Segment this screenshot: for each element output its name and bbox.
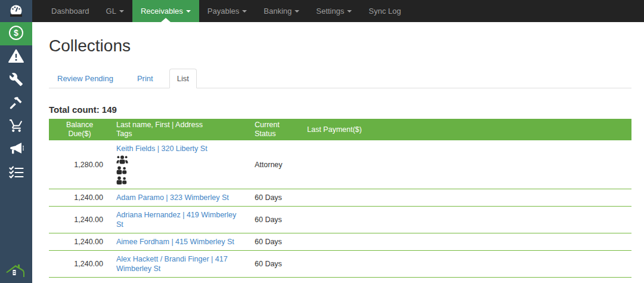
sidebar-item[interactable] bbox=[0, 115, 32, 139]
customer-link[interactable]: Keith Fields | 320 Liberty St bbox=[116, 144, 208, 153]
users-group-icon bbox=[116, 155, 243, 165]
nav-item-label: GL bbox=[106, 7, 116, 16]
speedometer-icon bbox=[9, 3, 23, 20]
balance-due-cell: 1,240.00 bbox=[49, 278, 110, 283]
app-logo[interactable] bbox=[0, 0, 32, 22]
hammer-icon bbox=[9, 96, 23, 112]
name-address-cell: Adriana Hernandez | 419 Wimberley St bbox=[110, 207, 249, 233]
chevron-down-icon bbox=[186, 10, 191, 13]
users-pair-icon bbox=[116, 166, 243, 175]
customer-link[interactable]: Aimee Fordham | 415 Wimberley St bbox=[116, 238, 234, 246]
col-header-last-payment: Last Payment($) bbox=[301, 119, 631, 140]
collections-table: Balance Due($) Last name, First | Addres… bbox=[49, 119, 631, 283]
balance-due-cell: 1,240.00 bbox=[49, 189, 110, 207]
nav-item-banking[interactable]: Banking bbox=[255, 0, 308, 22]
chevron-down-icon bbox=[347, 10, 352, 13]
nav-item-payables[interactable]: Payables bbox=[199, 0, 255, 22]
sidebar-item[interactable] bbox=[0, 69, 32, 92]
nav-item-label: Dashboard bbox=[51, 7, 89, 16]
chevron-down-icon bbox=[119, 10, 124, 13]
col-header-balance-due: Balance Due($) bbox=[49, 119, 110, 140]
nav-item-gl[interactable]: GL bbox=[98, 0, 132, 22]
col-header-current-status: Current Status bbox=[249, 119, 301, 140]
top-navbar: Dashboard GL Receivables Payables Bankin… bbox=[0, 0, 644, 22]
customer-link[interactable]: Adriana Hernandez | 419 Wimberley St bbox=[116, 211, 236, 229]
nav-menu: Dashboard GL Receivables Payables Bankin… bbox=[43, 0, 409, 22]
tab-print[interactable]: Print bbox=[129, 69, 161, 88]
tab-bar: Review Pending Print List bbox=[49, 69, 631, 88]
table-row: 1,240.00 Adam Paramo | 323 Wimberley St … bbox=[49, 189, 631, 207]
current-status-cell: 60 Days bbox=[249, 233, 301, 251]
balance-due-cell: 1,240.00 bbox=[49, 207, 110, 233]
svg-text:$: $ bbox=[14, 28, 18, 38]
col-header-name-tags: Last name, First | Address Tags bbox=[110, 119, 249, 140]
nav-item-label: Settings bbox=[316, 7, 344, 16]
sidebar-item[interactable] bbox=[0, 139, 32, 162]
megaphone-icon bbox=[9, 142, 24, 158]
sidebar-item[interactable]: $ bbox=[0, 22, 32, 45]
main-content: Collections Review Pending Print List To… bbox=[32, 22, 644, 283]
customer-link[interactable]: Adam Paramo | 323 Wimberley St bbox=[116, 193, 229, 202]
table-row: 1,280.00 Keith Fields | 320 Liberty St A… bbox=[49, 140, 631, 189]
nav-item-label: Payables bbox=[208, 7, 239, 16]
last-payment-cell bbox=[301, 207, 631, 233]
nav-item-settings[interactable]: Settings bbox=[308, 0, 360, 22]
name-address-cell: Alex Hackett / Brandi Finger | 417 Wimbe… bbox=[110, 251, 249, 278]
customer-link[interactable]: Alex Hackett / Brandi Finger | 417 Wimbe… bbox=[116, 255, 228, 273]
table-row: 1,240.00 Aimee Fordham | 415 Wimberley S… bbox=[49, 233, 631, 251]
warning-triangle-icon bbox=[8, 49, 24, 66]
last-payment-cell bbox=[301, 189, 631, 207]
nav-item-label: Receivables bbox=[141, 7, 183, 16]
sidebar-footer-logo bbox=[0, 263, 32, 281]
nav-item-sync-log[interactable]: Sync Log bbox=[360, 0, 409, 22]
current-status-cell: 60 Days bbox=[249, 207, 301, 233]
last-payment-cell bbox=[301, 278, 631, 283]
nav-item-label: Banking bbox=[264, 7, 292, 16]
last-payment-cell bbox=[301, 140, 631, 189]
current-status-cell: 60 Days bbox=[249, 251, 301, 278]
active-tab-notch bbox=[161, 18, 171, 22]
wrench-icon bbox=[9, 72, 23, 89]
nav-item-label: Sync Log bbox=[369, 7, 401, 16]
name-address-cell: Adam Paramo | 323 Wimberley St bbox=[110, 189, 249, 207]
current-status-cell: Attorney bbox=[249, 140, 301, 189]
nav-item-receivables[interactable]: Receivables bbox=[132, 0, 199, 22]
current-status-cell: 60 Days bbox=[249, 278, 301, 283]
left-sidebar: $ bbox=[0, 22, 32, 283]
tag-icons bbox=[116, 155, 243, 185]
nav-item-dashboard[interactable]: Dashboard bbox=[43, 0, 98, 22]
sidebar-item[interactable] bbox=[0, 92, 32, 115]
balance-due-cell: 1,280.00 bbox=[49, 140, 110, 189]
table-row: 1,240.00 Adriana Hernandez | 419 Wimberl… bbox=[49, 207, 631, 233]
last-payment-cell bbox=[301, 251, 631, 278]
name-address-cell: Alfreda Mcgreevey | 309 Wimberley St bbox=[110, 278, 249, 283]
dollar-circle-icon: $ bbox=[8, 25, 24, 43]
sidebar-item[interactable] bbox=[0, 45, 32, 69]
total-count: Total count: 149 bbox=[49, 104, 631, 115]
tab-review-pending[interactable]: Review Pending bbox=[49, 69, 121, 88]
last-payment-cell bbox=[301, 233, 631, 251]
cart-icon bbox=[9, 118, 24, 136]
chevron-down-icon bbox=[242, 10, 247, 13]
name-address-cell: Aimee Fordham | 415 Wimberley St bbox=[110, 233, 249, 251]
house-roof-icon bbox=[5, 263, 27, 281]
sidebar-item[interactable] bbox=[0, 162, 32, 185]
table-header-row: Balance Due($) Last name, First | Addres… bbox=[49, 119, 631, 140]
checklist-icon bbox=[9, 166, 24, 182]
page-title: Collections bbox=[49, 36, 631, 56]
balance-due-cell: 1,240.00 bbox=[49, 233, 110, 251]
table-row: 1,240.00 Alfreda Mcgreevey | 309 Wimberl… bbox=[49, 278, 631, 283]
users-pair-icon bbox=[116, 176, 243, 185]
name-address-cell: Keith Fields | 320 Liberty St bbox=[110, 140, 249, 189]
tab-list[interactable]: List bbox=[169, 69, 197, 88]
chevron-down-icon bbox=[295, 10, 299, 13]
current-status-cell: 60 Days bbox=[249, 189, 301, 207]
table-row: 1,240.00 Alex Hackett / Brandi Finger | … bbox=[49, 251, 631, 278]
balance-due-cell: 1,240.00 bbox=[49, 251, 110, 278]
